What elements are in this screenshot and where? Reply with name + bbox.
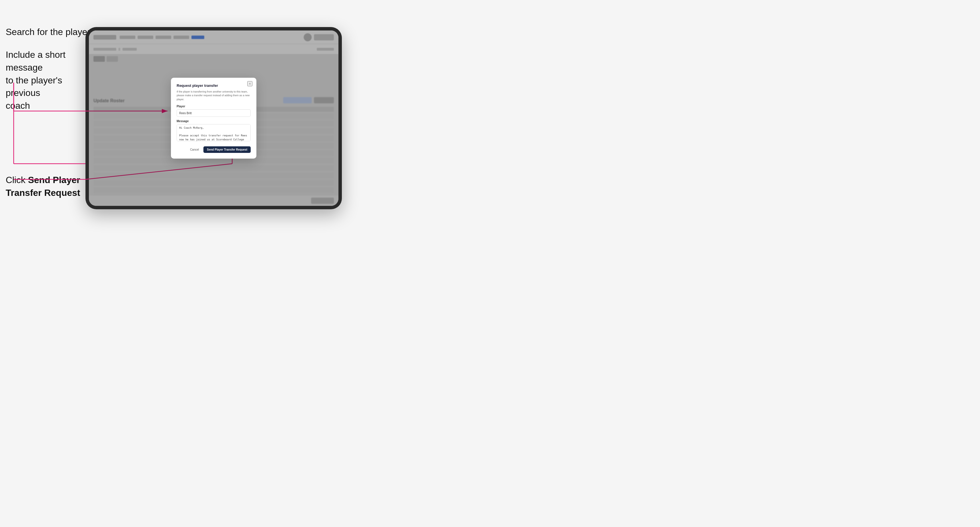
- player-input[interactable]: [177, 110, 251, 117]
- message-textarea[interactable]: Hi Coach McHarg, Please accept this tran…: [177, 124, 251, 141]
- modal-overlay: Request player transfer × If the player …: [89, 30, 339, 206]
- annotation-message-text: Include a short message to the player's …: [6, 48, 86, 112]
- modal-description: If the player is transferring from anoth…: [177, 90, 251, 102]
- message-label: Message: [177, 119, 251, 123]
- cancel-button[interactable]: Cancel: [188, 147, 201, 152]
- modal-title: Request player transfer: [177, 83, 251, 88]
- transfer-request-modal: Request player transfer × If the player …: [171, 78, 256, 159]
- player-label: Player: [177, 105, 251, 108]
- tablet-device: Update Roster: [86, 27, 342, 209]
- tablet-screen: Update Roster: [89, 30, 339, 206]
- annotation-search-text: Search for the player.: [6, 25, 92, 38]
- send-player-transfer-request-button[interactable]: Send Player Transfer Request: [204, 146, 251, 153]
- annotation-click-text: Click Send PlayerTransfer Request: [6, 174, 80, 199]
- modal-close-button[interactable]: ×: [247, 81, 252, 86]
- modal-footer: Cancel Send Player Transfer Request: [177, 146, 251, 153]
